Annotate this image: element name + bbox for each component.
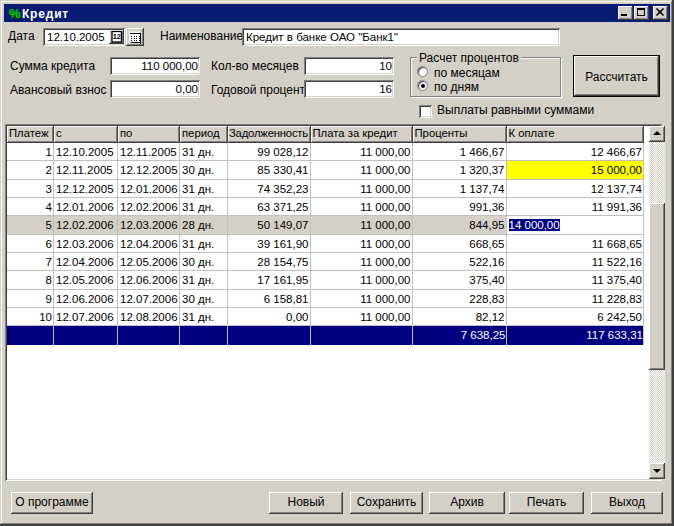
svg-text:12: 12 xyxy=(113,32,121,41)
